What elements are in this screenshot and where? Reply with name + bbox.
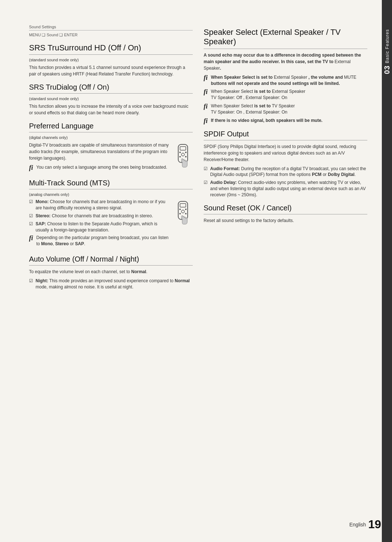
bullet-sym-night: ☑ <box>29 278 33 284</box>
preferred-language-fi: fi You can only select a language among … <box>29 164 169 171</box>
multi-track-fi: fi Depending on the particular program b… <box>29 235 169 247</box>
svg-point-3 <box>179 152 181 153</box>
bullet-sym-2: ☑ <box>29 213 33 219</box>
preferred-language-subnote: (digital channels only) <box>29 135 193 140</box>
sound-reset-title: Sound Reset (OK / Cancel) <box>204 204 367 214</box>
footer-language: English <box>349 522 366 527</box>
fi-icon-speaker-2: fi <box>204 89 209 95</box>
srs-trusurround-title: SRS TruSurround HD (Off / On) <box>29 43 193 55</box>
speaker-fi-2: fi When Speaker Select is set to Externa… <box>204 89 367 101</box>
fi-icon-preferred: fi <box>29 164 34 171</box>
multi-track-bullet-sap: ☑ SAP: Choose to listen to the Separate … <box>29 221 169 233</box>
remote-icon-preferred <box>173 144 193 169</box>
svg-point-2 <box>181 153 184 156</box>
auto-volume-title: Auto Volume (Off / Normal / Night) <box>29 255 193 266</box>
srs-trusurround-body: This function provides a virtual 5.1 cha… <box>29 64 193 77</box>
left-column: Sound Settings MENU ❑ Sound ❑ ENTER SRS … <box>29 22 193 520</box>
speaker-fi-3-text: When Speaker Select is set to TV Speaker… <box>211 103 295 115</box>
svg-rect-1 <box>180 147 186 150</box>
speaker-fi-1: fi When Speaker Select is set to Externa… <box>204 74 367 87</box>
sound-reset-section: Sound Reset (OK / Cancel) Reset all soun… <box>204 204 367 224</box>
multi-track-text: ☑ Mono: Choose for channels that are bro… <box>29 199 169 249</box>
multi-track-title: Multi-Track Sound (MTS) <box>29 179 193 189</box>
svg-point-10 <box>179 209 181 210</box>
preferred-language-fi-text: You can only select a language among the… <box>36 164 167 171</box>
multi-track-fi-text: Depending on the particular program bein… <box>36 235 169 247</box>
side-tab-text: 03 Basic Features <box>383 29 391 74</box>
speaker-fi-4-text: If there is no video signal, both speake… <box>211 118 322 124</box>
multi-track-mono-text: Mono: Choose for channels that are broad… <box>36 199 169 211</box>
svg-point-5 <box>179 156 181 157</box>
preferred-language-section: Digital-TV broadcasts are capable of sim… <box>29 142 193 173</box>
bullet-sym-3: ☑ <box>29 221 33 227</box>
svg-point-6 <box>185 156 187 157</box>
svg-point-9 <box>181 210 184 213</box>
svg-point-11 <box>185 209 187 210</box>
multi-track-subnote: (analog channels only) <box>29 192 193 197</box>
right-column: Speaker Select (External Speaker / TV Sp… <box>204 22 367 520</box>
spdif-bullet-format: ☑ Audio Format: During the reception of … <box>204 166 367 178</box>
srs-trudialog-body: This function allows you to increase the… <box>29 103 193 116</box>
svg-point-12 <box>179 213 181 214</box>
fi-icon-speaker-3: fi <box>204 103 209 110</box>
footer: English 19 <box>349 518 381 531</box>
spdif-body: SPDIF (Sony Philips Digital Interface) i… <box>204 143 367 163</box>
spdif-delay-text: Audio Delay: Correct audio-video sync pr… <box>210 180 367 198</box>
auto-volume-body: To equalize the volume level on each cha… <box>29 268 193 275</box>
srs-trusurround-subnote: (standard sound mode only) <box>29 58 193 62</box>
bullet-sym-delay: ☑ <box>204 180 208 186</box>
bullet-sym-format: ☑ <box>204 166 208 172</box>
footer-page-number: 19 <box>368 518 381 531</box>
auto-volume-night-bullet: ☑ Night: This mode provides an improved … <box>29 278 193 290</box>
multi-track-section: ☑ Mono: Choose for channels that are bro… <box>29 199 193 249</box>
preferred-language-text: Digital-TV broadcasts are capable of sim… <box>29 142 169 173</box>
nav-line: MENU ❑ Sound ❑ ENTER <box>29 33 193 37</box>
spdif-title: SPDIF Output <box>204 130 367 140</box>
remote-icon-multi <box>173 201 193 226</box>
main-content: Sound Settings MENU ❑ Sound ❑ ENTER SRS … <box>0 0 382 542</box>
side-tab-label: Basic Features <box>384 29 389 63</box>
multi-track-sap-text: SAP: Choose to listen to the Separate Au… <box>36 221 169 233</box>
page-wrapper: Sound Settings MENU ❑ Sound ❑ ENTER SRS … <box>0 0 392 542</box>
speaker-select-section: Speaker Select (External Speaker / TV Sp… <box>204 28 367 124</box>
srs-trudialog-title: SRS TruDialog (Off / On) <box>29 83 193 94</box>
srs-trudialog-subnote: (standard sound mode only) <box>29 97 193 101</box>
fi-icon-speaker-1: fi <box>204 74 209 81</box>
spdif-bullet-delay: ☑ Audio Delay: Correct audio-video sync … <box>204 180 367 198</box>
auto-volume-night-text: Night: This mode provides an improved so… <box>36 278 193 290</box>
svg-point-4 <box>185 152 187 153</box>
speaker-fi-2-text: When Speaker Select is set to External S… <box>211 89 305 101</box>
fi-icon-speaker-4: fi <box>204 118 209 124</box>
svg-rect-8 <box>180 204 186 207</box>
spdif-section: SPDIF Output SPDIF (Sony Philips Digital… <box>204 130 367 198</box>
bullet-sym-1: ☑ <box>29 199 33 205</box>
speaker-select-intro: A sound echo may occur due to a differen… <box>204 52 367 71</box>
svg-point-13 <box>185 213 187 214</box>
speaker-select-title: Speaker Select (External Speaker / TV Sp… <box>204 28 367 49</box>
speaker-fi-1-text: When Speaker Select is set to External S… <box>211 74 367 87</box>
fi-icon-multi: fi <box>29 235 34 241</box>
multi-track-bullet-mono: ☑ Mono: Choose for channels that are bro… <box>29 199 169 211</box>
multi-track-stereo-text: Stereo: Choose for channels that are bro… <box>36 213 153 219</box>
preferred-language-title: Preferred Language <box>29 122 193 132</box>
sound-reset-body: Reset all sound settings to the factory … <box>204 217 367 224</box>
side-tab: 03 Basic Features <box>382 0 392 542</box>
speaker-fi-4: fi If there is no video signal, both spe… <box>204 118 367 124</box>
sound-settings-header: Sound Settings <box>29 25 193 30</box>
side-tab-number: 03 <box>383 65 391 74</box>
speaker-fi-3: fi When Speaker Select is set to TV Spea… <box>204 103 367 115</box>
preferred-language-body: Digital-TV broadcasts are capable of sim… <box>29 142 169 161</box>
spdif-format-text: Audio Format: During the reception of a … <box>210 166 367 178</box>
multi-track-bullet-stereo: ☑ Stereo: Choose for channels that are b… <box>29 213 169 219</box>
